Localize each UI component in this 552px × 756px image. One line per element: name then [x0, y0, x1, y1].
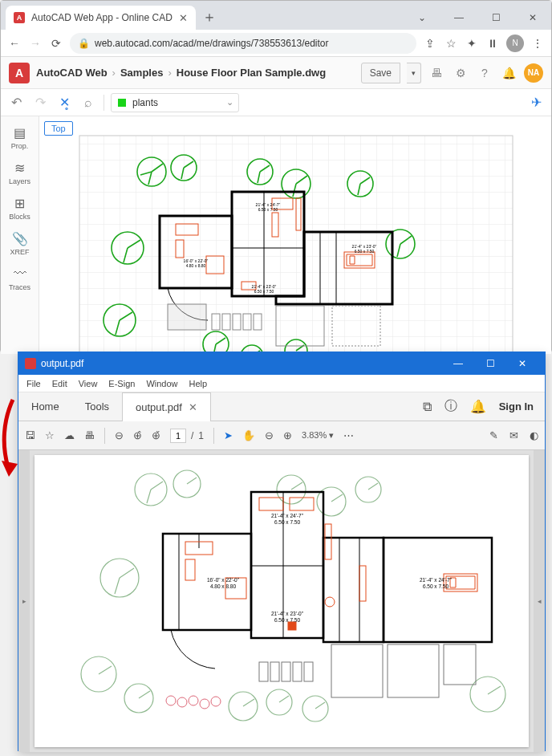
sign-in-link[interactable]: Sign In	[499, 400, 534, 413]
svg-point-75	[177, 697, 187, 707]
star-icon[interactable]: ☆	[444, 36, 458, 51]
maximize-icon[interactable]: ☐	[474, 352, 506, 375]
minimize-icon[interactable]: —	[442, 352, 474, 375]
new-tab-button[interactable]: ＋	[202, 7, 217, 26]
zoom-out-btn-icon[interactable]: ⊖	[265, 429, 274, 441]
undo-icon[interactable]: ↶	[7, 95, 25, 110]
crumb-folder[interactable]: Samples	[120, 67, 163, 79]
svg-text:6.50 x 7.50: 6.50 x 7.50	[355, 249, 375, 254]
sidebar-item-layers[interactable]: ≋ Layers	[2, 156, 38, 189]
more-tools-icon[interactable]: ⋯	[343, 429, 354, 441]
svg-point-77	[200, 699, 209, 709]
conversion-arrow	[0, 396, 22, 485]
browser-tab[interactable]: A AutoCAD Web App - Online CAD ✕	[6, 6, 196, 30]
svg-text:21'-4" x 24'-7": 21'-4" x 24'-7"	[420, 577, 453, 583]
svg-text:16'-0" x 22'-0": 16'-0" x 22'-0"	[207, 577, 240, 583]
layers-icon: ≋	[12, 160, 28, 176]
svg-text:6.50 x 7.50: 6.50 x 7.50	[274, 617, 301, 623]
print-icon[interactable]: 🖶	[428, 67, 445, 79]
menu-esign[interactable]: E-Sign	[108, 379, 135, 388]
close-window-icon[interactable]: ✕	[506, 352, 538, 375]
maximize-icon[interactable]: ☐	[477, 6, 514, 30]
svg-rect-53	[325, 524, 331, 559]
tab-document[interactable]: output.pdf ✕	[122, 392, 211, 421]
acrobat-icon	[25, 358, 36, 369]
view-badge[interactable]: Top	[44, 121, 73, 136]
left-panel-toggle[interactable]: ▸	[18, 450, 30, 752]
autocad-logo[interactable]: A	[9, 63, 30, 83]
tab-home[interactable]: Home	[18, 392, 72, 421]
menu-window[interactable]: Window	[146, 379, 177, 388]
chevron-down-icon[interactable]: ⌄	[404, 6, 440, 30]
zoom-out-icon[interactable]: ⊖	[115, 429, 124, 441]
crumb-file[interactable]: House Floor Plan Sample.dwg	[177, 67, 326, 79]
user-avatar[interactable]: NA	[524, 63, 543, 83]
page-indicator: / 1	[170, 429, 204, 443]
close-tab-icon[interactable]: ✕	[189, 401, 197, 413]
updates-icon[interactable]: ⏸	[485, 36, 500, 51]
account-icon[interactable]: ◐	[530, 429, 538, 441]
zoom-level[interactable]: 3.83% ▾	[302, 430, 334, 441]
zoom-in-btn-icon[interactable]: ⊕	[283, 429, 292, 441]
page-current-input[interactable]	[170, 429, 186, 443]
star-icon[interactable]: ☆	[45, 429, 55, 441]
close-window-icon[interactable]: ✕	[514, 6, 551, 30]
sidebar-item-traces[interactable]: 〰 Traces	[2, 262, 38, 295]
menu-edit[interactable]: Edit	[52, 379, 67, 388]
page-up-icon[interactable]: ⊕̂	[133, 429, 142, 441]
svg-rect-71	[331, 644, 383, 697]
sidebar-item-xref[interactable]: 📎 XREF	[2, 227, 38, 259]
bell-icon[interactable]: 🔔	[500, 67, 518, 79]
email-icon[interactable]: ✉	[509, 429, 518, 441]
svg-rect-54	[359, 566, 366, 601]
layer-color-swatch	[118, 99, 126, 107]
pdf-page-view[interactable]: 21'-4" x 24'-7"6.50 x 7.50 16'-0" x 22'-…	[34, 455, 529, 747]
redo-icon[interactable]: ↷	[31, 95, 49, 110]
hand-tool-icon[interactable]: ✋	[242, 429, 255, 441]
sidebar-item-properties[interactable]: ▤ Prop.	[2, 121, 38, 153]
svg-rect-56	[288, 622, 296, 630]
menu-file[interactable]: File	[26, 379, 41, 388]
help-icon[interactable]: ⓘ	[444, 398, 457, 415]
extensions-icon[interactable]: ✦	[465, 36, 479, 51]
print-icon[interactable]: 🖶	[84, 429, 95, 441]
pdf-titlebar: output.pdf — ☐ ✕	[18, 352, 545, 375]
sign-icon[interactable]: ✎	[489, 429, 498, 441]
svg-rect-68	[282, 662, 290, 681]
close-tab-icon[interactable]: ✕	[179, 12, 188, 24]
share-pane-icon[interactable]: ⧉	[423, 400, 432, 414]
bell-icon[interactable]: 🔔	[470, 399, 486, 414]
browser-menu-icon[interactable]: ⋮	[530, 36, 545, 51]
svg-point-78	[211, 697, 221, 706]
page-down-icon[interactable]: ⊕̌	[152, 429, 160, 441]
profile-avatar[interactable]: N	[506, 35, 524, 52]
autocad-favicon: A	[14, 12, 25, 23]
save-button[interactable]: Save	[361, 63, 400, 83]
cloud-upload-icon[interactable]: ☁	[64, 429, 75, 441]
help-icon[interactable]: ?	[476, 67, 493, 79]
menu-help[interactable]: Help	[189, 379, 208, 388]
settings-icon[interactable]: ⚙	[452, 67, 469, 79]
sidebar-item-blocks[interactable]: ⊞ Blocks	[2, 192, 38, 224]
zoom-extents-icon[interactable]: ⌕	[79, 96, 97, 110]
svg-point-74	[166, 696, 176, 705]
right-panel-toggle[interactable]: ◂	[534, 450, 545, 752]
drawing-canvas[interactable]: Top	[39, 116, 551, 354]
snap-icon[interactable]: ✕̥	[55, 95, 73, 110]
menu-view[interactable]: View	[79, 379, 98, 388]
crumb-root[interactable]: AutoCAD Web	[36, 67, 108, 79]
minimize-icon[interactable]: —	[440, 6, 477, 30]
save-dropdown[interactable]: ▾	[407, 63, 421, 83]
send-feedback-icon[interactable]: ✈	[527, 95, 545, 110]
back-icon[interactable]: ←	[7, 36, 22, 51]
share-icon[interactable]: ⇪	[423, 36, 437, 51]
tab-tools[interactable]: Tools	[72, 392, 122, 421]
select-tool-icon[interactable]: ➤	[224, 429, 233, 441]
save-icon[interactable]: 🖫	[25, 429, 35, 441]
reload-icon[interactable]: ⟳	[49, 36, 63, 51]
address-bar[interactable]: 🔒 web.autocad.com/acad/me/drawings/73855…	[70, 33, 416, 54]
svg-text:6.50 x 7.50: 6.50 x 7.50	[254, 289, 274, 294]
blocks-icon: ⊞	[12, 195, 28, 211]
layer-selector[interactable]: plants	[111, 93, 239, 112]
forward-icon[interactable]: →	[28, 36, 43, 51]
